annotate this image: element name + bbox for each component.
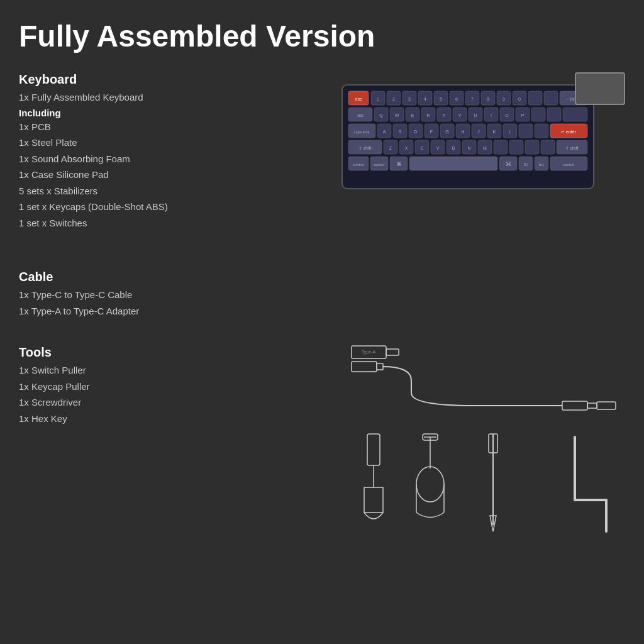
- including-item-5: 1 set x Keycaps (Double-Shot ABS): [19, 200, 323, 214]
- svg-text:D: D: [414, 130, 417, 134]
- svg-text:O: O: [505, 113, 509, 118]
- svg-text:⇧ shift: ⇧ shift: [565, 146, 579, 150]
- svg-text:Type-A: Type-A: [362, 350, 376, 355]
- svg-text:Y: Y: [458, 113, 462, 118]
- svg-text:Q: Q: [379, 113, 383, 118]
- svg-text:A: A: [383, 130, 386, 134]
- svg-point-122: [416, 467, 444, 502]
- svg-text:esc: esc: [355, 97, 362, 101]
- svg-text:V: V: [436, 146, 440, 150]
- cable-svg: Type-A: [348, 343, 625, 425]
- svg-text:⌘: ⌘: [506, 161, 511, 167]
- svg-rect-50: [547, 108, 561, 121]
- svg-text:⇧ shift: ⇧ shift: [358, 146, 372, 150]
- keyboard-section-title: Keyboard: [19, 72, 323, 87]
- tools-item-0: 1x Switch Puller: [19, 364, 323, 378]
- including-item-3: 1x Case Silicone Pad: [19, 168, 323, 182]
- keyboard-svg: esc 1 2 3 4 5 6 7 8: [336, 79, 606, 198]
- including-label: Including: [19, 108, 323, 118]
- svg-rect-24: [544, 91, 558, 105]
- including-item-1: 1x Steel Plate: [19, 136, 323, 150]
- svg-rect-117: [597, 402, 616, 409]
- svg-text:G: G: [445, 130, 448, 134]
- svg-text:option: option: [374, 163, 384, 167]
- cable-item-1: 1x Type-A to Type-C Adapter: [19, 304, 323, 319]
- svg-rect-114: [377, 364, 383, 370]
- svg-text:S: S: [399, 130, 402, 134]
- svg-rect-133: [367, 434, 380, 465]
- svg-text:N: N: [467, 146, 470, 150]
- keycap-sample: [575, 72, 625, 105]
- svg-text:R: R: [426, 113, 430, 118]
- svg-text:fn: fn: [524, 162, 528, 167]
- svg-text:P: P: [521, 113, 525, 118]
- tools-item-2: 1x Screwdriver: [19, 396, 323, 410]
- svg-text:control: control: [563, 163, 574, 167]
- svg-text:I: I: [491, 113, 492, 118]
- svg-rect-116: [587, 403, 597, 408]
- svg-text:0: 0: [518, 97, 521, 101]
- cable-section-title: Cable: [19, 270, 323, 284]
- svg-rect-23: [528, 91, 542, 105]
- svg-text:E: E: [411, 113, 414, 118]
- svg-rect-113: [352, 362, 377, 372]
- svg-text:M: M: [483, 146, 487, 150]
- svg-text:H: H: [461, 130, 464, 134]
- svg-text:2: 2: [392, 97, 395, 101]
- svg-rect-119: [386, 349, 399, 355]
- svg-rect-104: [409, 157, 497, 170]
- svg-text:L: L: [509, 130, 511, 134]
- svg-rect-49: [531, 108, 545, 121]
- svg-text:5: 5: [440, 97, 442, 101]
- svg-rect-93: [509, 140, 523, 154]
- svg-text:9: 9: [502, 97, 505, 101]
- tools-svg: [348, 431, 625, 544]
- svg-rect-95: [541, 140, 555, 154]
- svg-text:caps lock: caps lock: [353, 130, 370, 134]
- svg-text:F: F: [430, 130, 433, 134]
- svg-rect-94: [525, 140, 539, 154]
- svg-text:8: 8: [487, 97, 489, 101]
- svg-text:B: B: [452, 146, 455, 150]
- right-column: esc 1 2 3 4 5 6 7 8: [336, 72, 625, 428]
- svg-rect-51: [563, 108, 587, 121]
- tools-illustration: [348, 431, 625, 547]
- svg-text:T: T: [443, 113, 446, 118]
- svg-rect-92: [494, 140, 508, 154]
- including-item-4: 5 sets x Stabilizers: [19, 184, 323, 199]
- cable-item-0: 1x Type-C to Type-C Cable: [19, 288, 323, 303]
- page-title: Fully Assembled Version: [19, 19, 625, 53]
- cable-illustration: Type-A: [348, 343, 625, 427]
- including-item-2: 1x Sound Absorbing Foam: [19, 152, 323, 167]
- svg-text:J: J: [477, 130, 480, 134]
- svg-text:W: W: [395, 113, 399, 118]
- svg-text:K: K: [493, 130, 496, 134]
- svg-text:6: 6: [455, 97, 458, 101]
- including-item-6: 1 set x Switches: [19, 216, 323, 231]
- svg-text:Z: Z: [389, 146, 392, 150]
- svg-text:U: U: [474, 113, 477, 118]
- left-column: Keyboard 1x Fully Assembled Keyboard Inc…: [19, 72, 336, 428]
- svg-text:↵ enter: ↵ enter: [561, 130, 577, 134]
- svg-text:7: 7: [471, 97, 474, 101]
- svg-text:X: X: [405, 146, 408, 150]
- svg-rect-73: [535, 124, 548, 138]
- svg-text:4: 4: [424, 97, 426, 101]
- svg-text:⌘: ⌘: [396, 161, 402, 167]
- svg-rect-72: [519, 124, 533, 138]
- svg-text:control: control: [353, 163, 364, 167]
- svg-text:fn1: fn1: [539, 163, 545, 167]
- main-container: Fully Assembled Version Keyboard 1x Full…: [0, 0, 644, 644]
- svg-text:C: C: [420, 146, 423, 150]
- tools-section-title: Tools: [19, 345, 323, 360]
- svg-text:3: 3: [408, 97, 411, 101]
- tools-item-1: 1x Keycap Puller: [19, 380, 323, 394]
- content-area: Keyboard 1x Fully Assembled Keyboard Inc…: [19, 72, 625, 428]
- tools-item-3: 1x Hex Key: [19, 412, 323, 426]
- svg-text:tab: tab: [357, 113, 364, 118]
- including-item-0: 1x PCB: [19, 120, 323, 135]
- svg-rect-115: [562, 401, 587, 410]
- svg-text:1: 1: [377, 97, 379, 101]
- keyboard-item-0: 1x Fully Assembled Keyboard: [19, 91, 323, 105]
